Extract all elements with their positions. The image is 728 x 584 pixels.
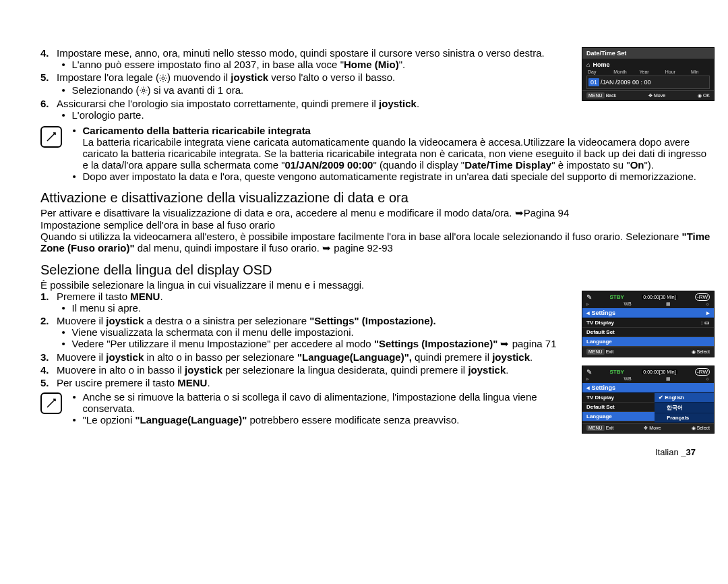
svg-point-9 xyxy=(142,89,145,92)
lcd-language-submenu: ✎ STBY 0:00:00[30 Min] -RW ▹WB▦☼ ◂ Setti… xyxy=(582,366,715,434)
note-icon xyxy=(40,392,62,414)
lcd-settings-menu: ✎ STBY 0:00:00[30 Min] -RW ▹WB▦☼ ◂ Setti… xyxy=(582,291,715,357)
sun-icon xyxy=(159,73,167,84)
steps-list: Impostare mese, anno, ora, minuti nello … xyxy=(40,47,574,121)
svg-line-8 xyxy=(165,76,166,76)
wb-icon: WB xyxy=(624,301,631,307)
svg-line-6 xyxy=(165,80,166,81)
wb-icon: WB xyxy=(624,376,631,382)
page-footer: Italian _37 xyxy=(40,447,715,457)
step4-text: Impostare mese, anno, ora, minuti nello … xyxy=(57,47,545,59)
section-datetime-display: Attivazione e disattivazione della visua… xyxy=(40,190,715,206)
lcd-datetime-set: Date/Time Set ⌂Home Day Month Year Hour … xyxy=(582,47,715,101)
svg-line-7 xyxy=(160,80,161,81)
pencil-icon: ✎ xyxy=(586,368,592,376)
svg-line-15 xyxy=(146,92,146,93)
pencil-icon: ✎ xyxy=(586,293,592,301)
joystick-icon: ✥ xyxy=(648,93,653,98)
svg-line-16 xyxy=(141,92,142,93)
check-icon: ✔ xyxy=(659,395,663,401)
note1-title: Caricamento della batteria ricaricabile … xyxy=(83,125,311,136)
home-icon: ⌂ xyxy=(586,61,590,68)
joystick-icon: ✥ xyxy=(644,426,648,430)
note-icon xyxy=(40,126,62,148)
language-steps: Premere il tasto MENU. Il menu si apre. … xyxy=(40,291,574,388)
svg-line-14 xyxy=(141,88,142,88)
dot-icon: ◉ xyxy=(692,426,696,430)
svg-line-17 xyxy=(146,88,146,88)
sun-icon xyxy=(140,85,148,96)
svg-line-5 xyxy=(160,76,161,76)
svg-point-0 xyxy=(162,77,164,80)
section-language: Selezione della lingua del display OSD xyxy=(40,262,715,278)
tv-icon: : ▭ xyxy=(701,320,710,326)
dot-icon: ◉ xyxy=(698,93,702,98)
dot-icon: ◉ xyxy=(692,349,696,354)
